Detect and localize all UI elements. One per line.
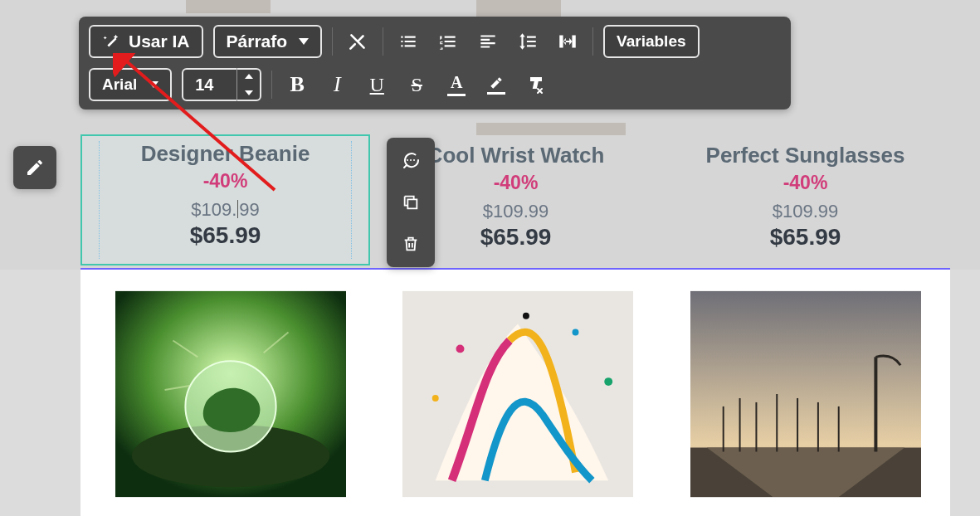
list-ol-button[interactable] xyxy=(433,27,463,56)
ghost-product-image xyxy=(186,0,271,13)
bold-button[interactable]: B xyxy=(282,70,312,100)
svg-point-9 xyxy=(523,312,529,319)
text-color-bar xyxy=(447,94,466,96)
column-width-icon xyxy=(557,31,578,52)
align-button[interactable] xyxy=(473,27,503,56)
font-size-input[interactable] xyxy=(195,75,236,95)
italic-button[interactable]: I xyxy=(322,70,352,100)
use-ai-label: Usar IA xyxy=(129,32,190,51)
line-height-button[interactable] xyxy=(513,27,543,56)
font-size-up[interactable] xyxy=(237,68,260,85)
delete-button[interactable] xyxy=(394,227,427,260)
use-ai-button[interactable]: Usar IA xyxy=(89,25,203,58)
variables-label: Variables xyxy=(617,32,685,51)
list-ul-button[interactable] xyxy=(393,27,423,56)
pencil-icon xyxy=(25,158,45,178)
chevron-down-icon xyxy=(299,38,309,45)
paragraph-label: Párrafo xyxy=(227,32,288,51)
font-size-down[interactable] xyxy=(237,85,260,101)
list-ul-icon xyxy=(397,31,419,52)
paragraph-select[interactable]: Párrafo xyxy=(213,25,323,58)
line-height-icon xyxy=(517,31,539,52)
font-family-select[interactable]: Arial xyxy=(89,68,172,101)
wand-icon xyxy=(102,32,120,51)
font-size-stepper[interactable] xyxy=(182,68,261,101)
list-ol-icon xyxy=(437,31,459,52)
svg-point-6 xyxy=(573,329,579,335)
chevron-down-icon xyxy=(245,90,253,95)
product-card[interactable]: Perfect Sunglasses -40% $109.99 $65.99 xyxy=(661,136,950,267)
svg-point-7 xyxy=(432,394,439,401)
image-row xyxy=(80,284,950,504)
product-discount: -40% xyxy=(783,172,828,194)
chevron-down-icon xyxy=(149,81,158,88)
remove-style-button[interactable] xyxy=(521,70,551,100)
toolbar-divider xyxy=(592,27,593,56)
text-color-button[interactable]: A xyxy=(441,70,471,100)
product-old-price: $109.99 xyxy=(483,201,549,222)
variables-button[interactable]: Variables xyxy=(603,25,699,58)
strike-button[interactable]: S xyxy=(402,70,431,100)
text-color-glyph: A xyxy=(451,73,462,92)
svg-point-5 xyxy=(456,344,465,353)
product-image[interactable] xyxy=(690,284,921,504)
ghost-product-image xyxy=(476,0,561,18)
clear-format-button[interactable] xyxy=(343,27,373,56)
remove-style-icon xyxy=(526,75,546,95)
highlight-icon xyxy=(488,75,505,90)
highlight-color-bar xyxy=(487,92,505,95)
text-toolbar: Usar IA Párrafo xyxy=(79,17,791,110)
product-price: $65.99 xyxy=(480,224,552,251)
product-title: Cool Wrist Watch xyxy=(427,143,605,168)
clear-format-icon xyxy=(347,31,368,52)
column-width-button[interactable] xyxy=(553,27,583,56)
product-discount: -40% xyxy=(494,172,539,194)
copy-icon xyxy=(402,193,420,212)
underline-button[interactable]: U xyxy=(362,70,392,100)
ghost-product-image xyxy=(476,123,626,135)
font-family-label: Arial xyxy=(102,75,137,94)
toolbar-divider xyxy=(383,27,383,56)
comment-button[interactable] xyxy=(394,144,427,178)
highlight-button[interactable] xyxy=(481,70,511,100)
selection-guides xyxy=(99,141,352,259)
chevron-up-icon xyxy=(245,74,253,79)
edit-panel-button[interactable] xyxy=(13,146,56,189)
toolbar-divider xyxy=(271,71,272,99)
copy-button[interactable] xyxy=(394,186,427,219)
toolbar-divider xyxy=(332,27,333,56)
product-image[interactable] xyxy=(402,284,633,504)
product-title: Perfect Sunglasses xyxy=(706,143,905,168)
block-context-popover xyxy=(387,138,435,267)
product-price: $65.99 xyxy=(770,224,841,251)
align-icon xyxy=(477,31,499,52)
svg-point-8 xyxy=(604,377,612,386)
comment-icon xyxy=(401,151,421,171)
product-card-selected[interactable]: Designer Beanie -40% $109.99 $65.99 xyxy=(80,134,370,265)
product-image[interactable] xyxy=(115,284,346,504)
product-old-price: $109.99 xyxy=(773,201,839,222)
trash-icon xyxy=(402,235,420,253)
